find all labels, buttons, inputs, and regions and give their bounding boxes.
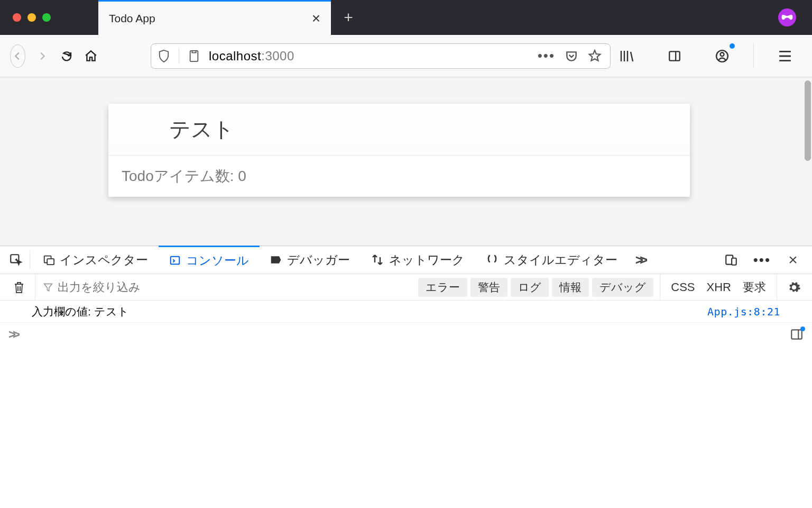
console-settings-icon[interactable]	[783, 280, 805, 294]
browser-tabs: Todo App × +	[98, 0, 366, 35]
log-source-link[interactable]: App.js:8:21	[707, 305, 780, 318]
console-log-row[interactable]: 入力欄の値: テスト App.js:8:21	[0, 301, 812, 323]
more-tabs-icon[interactable]: >>	[628, 246, 651, 274]
toggle-xhr[interactable]: XHR	[707, 280, 731, 294]
tab-title: Todo App	[109, 12, 312, 25]
kebab-menu-icon[interactable]: •••	[753, 252, 771, 268]
tab-debugger[interactable]: デバッガー	[260, 246, 361, 274]
mask-icon	[781, 14, 793, 21]
console-filter-input[interactable]	[58, 280, 269, 294]
svg-rect-7	[171, 257, 180, 265]
chip-info[interactable]: 情報	[552, 278, 589, 297]
viewport-scrollbar[interactable]	[805, 80, 811, 161]
tab-label: ネットワーク	[389, 252, 465, 268]
reload-button[interactable]	[59, 44, 74, 68]
window-titlebar: Todo App × +	[0, 0, 812, 35]
tab-label: スタイルエディター	[504, 252, 617, 268]
tab-label: デバッガー	[287, 252, 350, 268]
separator	[753, 44, 754, 68]
minimize-window-button[interactable]	[27, 13, 36, 22]
maximize-window-button[interactable]	[42, 13, 51, 22]
separator	[30, 250, 30, 269]
log-message: 入力欄の値: テスト	[32, 304, 707, 319]
tab-console[interactable]: コンソール	[159, 246, 260, 274]
svg-rect-10	[791, 330, 802, 339]
chip-debug[interactable]: デバッグ	[592, 278, 653, 297]
log-source-toggles: CSS XHR 要求	[660, 274, 777, 300]
address-bar[interactable]: localhost:3000 •••	[151, 43, 611, 69]
svg-rect-1	[669, 51, 680, 60]
svg-point-3	[721, 52, 724, 56]
tab-label: インスペクター	[60, 252, 148, 268]
console-toolbar: エラー 警告 ログ 情報 デバッグ CSS XHR 要求	[0, 274, 812, 301]
close-window-button[interactable]	[13, 13, 21, 22]
shield-icon[interactable]	[155, 49, 172, 63]
home-button[interactable]	[84, 44, 98, 68]
todo-input-row	[108, 104, 690, 156]
todo-card: Todoアイテム数: 0	[108, 104, 690, 197]
todo-input[interactable]	[169, 117, 669, 141]
prompt-chevron-icon: >>	[8, 327, 17, 342]
separator	[179, 48, 179, 64]
devtools-tabbar: インスペクター コンソール デバッガー ネットワーク スタイルエディター >> …	[0, 246, 812, 274]
library-icon[interactable]	[615, 44, 639, 68]
console-filter	[35, 274, 331, 300]
url-text: localhost:3000	[209, 49, 531, 64]
chip-log[interactable]: ログ	[511, 278, 549, 297]
account-icon[interactable]	[710, 44, 734, 68]
tab-inspector[interactable]: インスペクター	[32, 246, 159, 274]
close-devtools-icon[interactable]: ×	[781, 251, 805, 269]
page-actions-icon[interactable]: •••	[538, 48, 555, 64]
back-button[interactable]	[10, 44, 25, 68]
tab-network[interactable]: ネットワーク	[361, 246, 475, 274]
page-viewport: Todoアイテム数: 0	[0, 77, 812, 246]
chip-warning[interactable]: 警告	[470, 278, 508, 297]
clear-console-icon[interactable]	[7, 280, 31, 294]
console-prompt-row[interactable]: >>	[0, 323, 812, 346]
svg-rect-6	[47, 259, 54, 265]
responsive-mode-icon[interactable]	[719, 253, 743, 267]
bookmark-star-icon[interactable]	[588, 49, 602, 63]
page-info-icon[interactable]	[186, 49, 202, 63]
close-tab-icon[interactable]: ×	[312, 10, 320, 27]
window-controls	[0, 13, 51, 22]
split-console-icon[interactable]	[790, 328, 804, 341]
browser-navbar: localhost:3000 •••	[0, 35, 812, 77]
sidebar-icon[interactable]	[663, 44, 686, 68]
toggle-requests[interactable]: 要求	[743, 279, 766, 295]
log-level-chips: エラー 警告 ログ 情報 デバッグ	[418, 278, 653, 297]
chip-error[interactable]: エラー	[418, 278, 467, 297]
todo-count-label: Todoアイテム数: 0	[108, 156, 690, 197]
new-tab-button[interactable]: +	[331, 0, 366, 35]
app-menu-icon[interactable]	[773, 44, 797, 68]
funnel-icon	[43, 282, 53, 293]
forward-button[interactable]	[35, 44, 50, 68]
svg-rect-9	[732, 258, 736, 265]
url-port: :3000	[261, 49, 294, 63]
tab-label: コンソール	[186, 252, 249, 269]
pocket-icon[interactable]	[565, 49, 578, 63]
profile-private-badge[interactable]	[778, 8, 796, 26]
toggle-css[interactable]: CSS	[671, 280, 695, 294]
tab-style-editor[interactable]: スタイルエディター	[475, 246, 628, 274]
browser-tab-active[interactable]: Todo App ×	[98, 0, 331, 35]
url-host: localhost	[209, 49, 261, 63]
element-picker-icon[interactable]	[4, 246, 27, 274]
